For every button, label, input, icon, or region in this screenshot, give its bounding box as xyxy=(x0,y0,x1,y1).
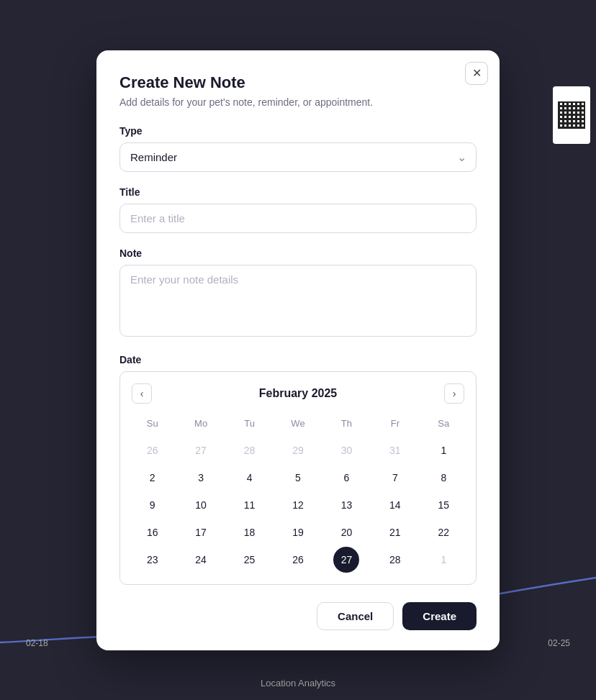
calendar-day[interactable]: 27 xyxy=(333,547,359,573)
calendar-day-header: Su xyxy=(129,415,176,436)
calendar-day[interactable]: 12 xyxy=(285,492,311,518)
calendar-grid: SuMoTuWeThFrSa26272829303112345678910111… xyxy=(129,415,467,573)
calendar-day[interactable]: 27 xyxy=(188,437,214,463)
calendar-day[interactable]: 1 xyxy=(430,437,456,463)
cancel-button[interactable]: Cancel xyxy=(317,602,394,630)
modal-subtitle: Add details for your pet's note, reminde… xyxy=(119,96,477,108)
date-field-group: Date ‹ February 2025 › SuMoTuWeThFrSa262… xyxy=(119,354,477,585)
note-label: Note xyxy=(119,247,477,259)
calendar-day[interactable]: 25 xyxy=(237,547,263,573)
calendar-day[interactable]: 22 xyxy=(430,519,456,545)
calendar-day-header: Fr xyxy=(371,415,418,436)
title-label: Title xyxy=(119,186,477,198)
calendar-day[interactable]: 29 xyxy=(285,437,311,463)
calendar-day[interactable]: 7 xyxy=(382,465,408,491)
type-label: Type xyxy=(119,125,477,137)
calendar-day-header: Mo xyxy=(177,415,224,436)
calendar-day[interactable]: 15 xyxy=(430,492,456,518)
modal-title: Create New Note xyxy=(119,73,477,92)
calendar-day[interactable]: 28 xyxy=(382,547,408,573)
calendar-day[interactable]: 19 xyxy=(285,519,311,545)
note-field-group: Note xyxy=(119,247,477,340)
calendar-day[interactable]: 26 xyxy=(285,547,311,573)
calendar-day-header: Tu xyxy=(226,415,273,436)
date-label: Date xyxy=(119,354,477,365)
calendar: ‹ February 2025 › SuMoTuWeThFrSa26272829… xyxy=(119,371,477,585)
modal-backdrop: ✕ Create New Note Add details for your p… xyxy=(0,0,596,700)
calendar-header: ‹ February 2025 › xyxy=(129,383,467,404)
calendar-day[interactable]: 4 xyxy=(237,465,263,491)
note-textarea[interactable] xyxy=(119,265,477,337)
calendar-day[interactable]: 13 xyxy=(333,492,359,518)
title-field-group: Title xyxy=(119,186,477,233)
calendar-day[interactable]: 5 xyxy=(285,465,311,491)
calendar-day[interactable]: 3 xyxy=(188,465,214,491)
calendar-day[interactable]: 31 xyxy=(382,437,408,463)
calendar-day[interactable]: 1 xyxy=(430,547,456,573)
type-select[interactable]: Reminder Note Appointment xyxy=(119,142,477,172)
close-button[interactable]: ✕ xyxy=(465,62,488,85)
create-note-modal: ✕ Create New Note Add details for your p… xyxy=(96,50,500,650)
calendar-day[interactable]: 14 xyxy=(382,492,408,518)
calendar-day[interactable]: 10 xyxy=(188,492,214,518)
calendar-day-header: Th xyxy=(323,415,370,436)
title-input[interactable] xyxy=(119,204,477,233)
calendar-day[interactable]: 23 xyxy=(140,547,166,573)
calendar-month-year: February 2025 xyxy=(259,387,338,400)
calendar-day[interactable]: 17 xyxy=(188,519,214,545)
calendar-day[interactable]: 24 xyxy=(188,547,214,573)
calendar-day[interactable]: 9 xyxy=(140,492,166,518)
prev-month-button[interactable]: ‹ xyxy=(132,383,152,404)
calendar-day[interactable]: 18 xyxy=(237,519,263,545)
calendar-day[interactable]: 16 xyxy=(140,519,166,545)
calendar-day-header: We xyxy=(274,415,321,436)
calendar-day[interactable]: 2 xyxy=(140,465,166,491)
calendar-day-header: Sa xyxy=(420,415,467,436)
calendar-day[interactable]: 20 xyxy=(333,519,359,545)
calendar-day[interactable]: 30 xyxy=(333,437,359,463)
modal-footer: Cancel Create xyxy=(119,602,477,630)
next-month-button[interactable]: › xyxy=(444,383,464,404)
type-select-wrapper: Reminder Note Appointment ⌄ xyxy=(119,142,477,172)
calendar-day[interactable]: 11 xyxy=(237,492,263,518)
calendar-day[interactable]: 28 xyxy=(237,437,263,463)
create-button[interactable]: Create xyxy=(402,602,477,630)
calendar-day[interactable]: 8 xyxy=(430,465,456,491)
calendar-day[interactable]: 26 xyxy=(140,437,166,463)
calendar-day[interactable]: 6 xyxy=(333,465,359,491)
type-field-group: Type Reminder Note Appointment ⌄ xyxy=(119,125,477,172)
calendar-day[interactable]: 21 xyxy=(382,519,408,545)
